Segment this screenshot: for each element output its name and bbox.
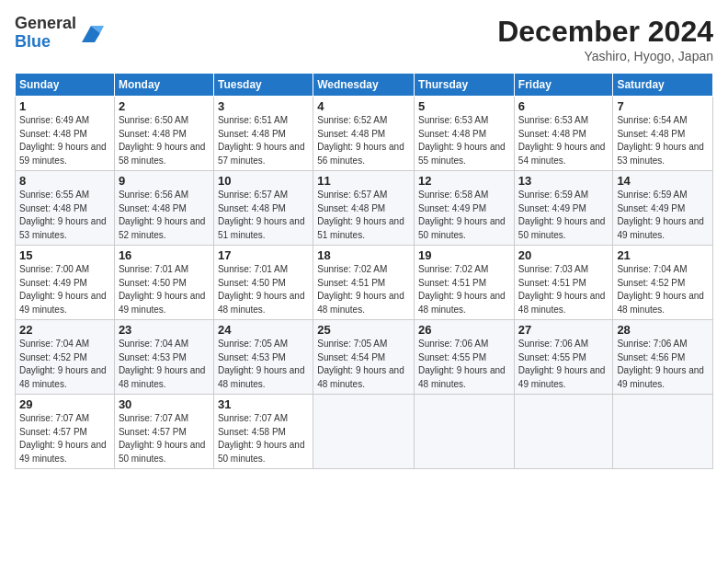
- table-row: 30 Sunrise: 7:07 AMSunset: 4:57 PMDaylig…: [114, 395, 213, 469]
- day-number: 1: [19, 99, 110, 113]
- logo: General Blue: [15, 15, 104, 52]
- table-row: 3 Sunrise: 6:51 AMSunset: 4:48 PMDayligh…: [213, 97, 313, 171]
- table-row: 6 Sunrise: 6:53 AMSunset: 4:48 PMDayligh…: [514, 97, 613, 171]
- table-row: 14 Sunrise: 6:59 AMSunset: 4:49 PMDaylig…: [613, 171, 713, 246]
- day-info: Sunrise: 7:02 AMSunset: 4:51 PMDaylight:…: [317, 264, 404, 315]
- location: Yashiro, Hyogo, Japan: [497, 49, 713, 63]
- day-info: Sunrise: 6:53 AMSunset: 4:48 PMDaylight:…: [418, 115, 506, 166]
- table-row: 9 Sunrise: 6:56 AMSunset: 4:48 PMDayligh…: [114, 171, 213, 246]
- day-info: Sunrise: 6:58 AMSunset: 4:49 PMDaylight:…: [418, 190, 506, 240]
- calendar-header-row: Sunday Monday Tuesday Wednesday Thursday…: [16, 74, 713, 97]
- header: General Blue December 2024 Yashiro, Hyog…: [15, 15, 713, 63]
- table-row: 5 Sunrise: 6:53 AMSunset: 4:48 PMDayligh…: [415, 97, 515, 171]
- day-number: 15: [19, 248, 110, 262]
- page-container: General Blue December 2024 Yashiro, Hyog…: [0, 0, 728, 477]
- table-row: 24 Sunrise: 7:05 AMSunset: 4:53 PMDaylig…: [213, 320, 313, 395]
- col-sunday: Sunday: [16, 74, 115, 97]
- day-info: Sunrise: 6:54 AMSunset: 4:48 PMDaylight:…: [617, 115, 704, 166]
- table-row: 15 Sunrise: 7:00 AMSunset: 4:49 PMDaylig…: [16, 246, 115, 320]
- table-row: 23 Sunrise: 7:04 AMSunset: 4:53 PMDaylig…: [114, 320, 213, 395]
- day-info: Sunrise: 7:04 AMSunset: 4:52 PMDaylight:…: [19, 339, 107, 389]
- day-number: 10: [218, 174, 309, 188]
- table-row: 27 Sunrise: 7:06 AMSunset: 4:55 PMDaylig…: [514, 320, 613, 395]
- table-row: 31 Sunrise: 7:07 AMSunset: 4:58 PMDaylig…: [213, 395, 313, 469]
- day-info: Sunrise: 6:51 AMSunset: 4:48 PMDaylight:…: [218, 115, 305, 166]
- day-info: Sunrise: 6:50 AMSunset: 4:48 PMDaylight:…: [119, 115, 206, 166]
- day-info: Sunrise: 6:57 AMSunset: 4:48 PMDaylight:…: [317, 190, 404, 240]
- day-number: 4: [317, 99, 410, 113]
- table-row: 4 Sunrise: 6:52 AMSunset: 4:48 PMDayligh…: [313, 97, 415, 171]
- logo-icon: [78, 20, 104, 46]
- day-info: Sunrise: 6:55 AMSunset: 4:48 PMDaylight:…: [19, 190, 107, 240]
- table-row: 17 Sunrise: 7:01 AMSunset: 4:50 PMDaylig…: [213, 246, 313, 320]
- col-tuesday: Tuesday: [213, 74, 313, 97]
- day-info: Sunrise: 7:06 AMSunset: 4:55 PMDaylight:…: [518, 339, 606, 389]
- day-number: 28: [617, 323, 709, 337]
- table-row: 21 Sunrise: 7:04 AMSunset: 4:52 PMDaylig…: [613, 246, 713, 320]
- day-info: Sunrise: 7:07 AMSunset: 4:58 PMDaylight:…: [218, 413, 305, 464]
- table-row: 13 Sunrise: 6:59 AMSunset: 4:49 PMDaylig…: [514, 171, 613, 246]
- table-row: 19 Sunrise: 7:02 AMSunset: 4:51 PMDaylig…: [415, 246, 515, 320]
- day-info: Sunrise: 7:04 AMSunset: 4:53 PMDaylight:…: [119, 339, 206, 389]
- day-number: 27: [518, 323, 609, 337]
- day-number: 21: [617, 248, 709, 262]
- day-number: 19: [418, 248, 510, 262]
- table-row: 29 Sunrise: 7:07 AMSunset: 4:57 PMDaylig…: [16, 395, 115, 469]
- day-number: 6: [518, 99, 609, 113]
- col-wednesday: Wednesday: [313, 74, 415, 97]
- day-info: Sunrise: 6:59 AMSunset: 4:49 PMDaylight:…: [617, 190, 704, 240]
- day-info: Sunrise: 6:49 AMSunset: 4:48 PMDaylight:…: [19, 115, 107, 166]
- day-info: Sunrise: 6:52 AMSunset: 4:48 PMDaylight:…: [317, 115, 404, 166]
- calendar-week-row: 22 Sunrise: 7:04 AMSunset: 4:52 PMDaylig…: [16, 320, 713, 395]
- day-number: 25: [317, 323, 410, 337]
- table-row: 26 Sunrise: 7:06 AMSunset: 4:55 PMDaylig…: [415, 320, 515, 395]
- table-row: 8 Sunrise: 6:55 AMSunset: 4:48 PMDayligh…: [16, 171, 115, 246]
- table-row: 20 Sunrise: 7:03 AMSunset: 4:51 PMDaylig…: [514, 246, 613, 320]
- day-number: 2: [119, 99, 210, 113]
- day-number: 20: [518, 248, 609, 262]
- day-number: 24: [218, 323, 309, 337]
- day-info: Sunrise: 7:04 AMSunset: 4:52 PMDaylight:…: [617, 264, 704, 315]
- day-info: Sunrise: 7:06 AMSunset: 4:55 PMDaylight:…: [418, 339, 506, 389]
- day-info: Sunrise: 7:07 AMSunset: 4:57 PMDaylight:…: [19, 413, 107, 464]
- day-number: 14: [617, 174, 709, 188]
- col-saturday: Saturday: [613, 74, 713, 97]
- day-info: Sunrise: 6:56 AMSunset: 4:48 PMDaylight:…: [119, 190, 206, 240]
- table-row: 10 Sunrise: 6:57 AMSunset: 4:48 PMDaylig…: [213, 171, 313, 246]
- day-info: Sunrise: 7:00 AMSunset: 4:49 PMDaylight:…: [19, 264, 107, 315]
- table-row: [613, 395, 713, 469]
- month-title: December 2024: [497, 15, 713, 49]
- day-info: Sunrise: 7:06 AMSunset: 4:56 PMDaylight:…: [617, 339, 704, 389]
- day-number: 13: [518, 174, 609, 188]
- day-number: 17: [218, 248, 309, 262]
- table-row: 7 Sunrise: 6:54 AMSunset: 4:48 PMDayligh…: [613, 97, 713, 171]
- table-row: 12 Sunrise: 6:58 AMSunset: 4:49 PMDaylig…: [415, 171, 515, 246]
- table-row: 2 Sunrise: 6:50 AMSunset: 4:48 PMDayligh…: [114, 97, 213, 171]
- day-info: Sunrise: 6:53 AMSunset: 4:48 PMDaylight:…: [518, 115, 606, 166]
- day-number: 9: [119, 174, 210, 188]
- day-number: 12: [418, 174, 510, 188]
- table-row: [514, 395, 613, 469]
- day-info: Sunrise: 6:57 AMSunset: 4:48 PMDaylight:…: [218, 190, 305, 240]
- day-info: Sunrise: 7:01 AMSunset: 4:50 PMDaylight:…: [218, 264, 305, 315]
- day-number: 11: [317, 174, 410, 188]
- day-number: 23: [119, 323, 210, 337]
- calendar-week-row: 8 Sunrise: 6:55 AMSunset: 4:48 PMDayligh…: [16, 171, 713, 246]
- day-number: 16: [119, 248, 210, 262]
- table-row: 25 Sunrise: 7:05 AMSunset: 4:54 PMDaylig…: [313, 320, 415, 395]
- day-info: Sunrise: 7:03 AMSunset: 4:51 PMDaylight:…: [518, 264, 606, 315]
- day-number: 18: [317, 248, 410, 262]
- calendar-week-row: 15 Sunrise: 7:00 AMSunset: 4:49 PMDaylig…: [16, 246, 713, 320]
- table-row: [313, 395, 415, 469]
- table-row: 22 Sunrise: 7:04 AMSunset: 4:52 PMDaylig…: [16, 320, 115, 395]
- table-row: 18 Sunrise: 7:02 AMSunset: 4:51 PMDaylig…: [313, 246, 415, 320]
- day-info: Sunrise: 7:05 AMSunset: 4:53 PMDaylight:…: [218, 339, 305, 389]
- calendar-week-row: 1 Sunrise: 6:49 AMSunset: 4:48 PMDayligh…: [16, 97, 713, 171]
- day-number: 26: [418, 323, 510, 337]
- table-row: 16 Sunrise: 7:01 AMSunset: 4:50 PMDaylig…: [114, 246, 213, 320]
- calendar-table: Sunday Monday Tuesday Wednesday Thursday…: [15, 73, 713, 469]
- col-monday: Monday: [114, 74, 213, 97]
- day-number: 5: [418, 99, 510, 113]
- col-thursday: Thursday: [415, 74, 515, 97]
- day-number: 31: [218, 397, 309, 411]
